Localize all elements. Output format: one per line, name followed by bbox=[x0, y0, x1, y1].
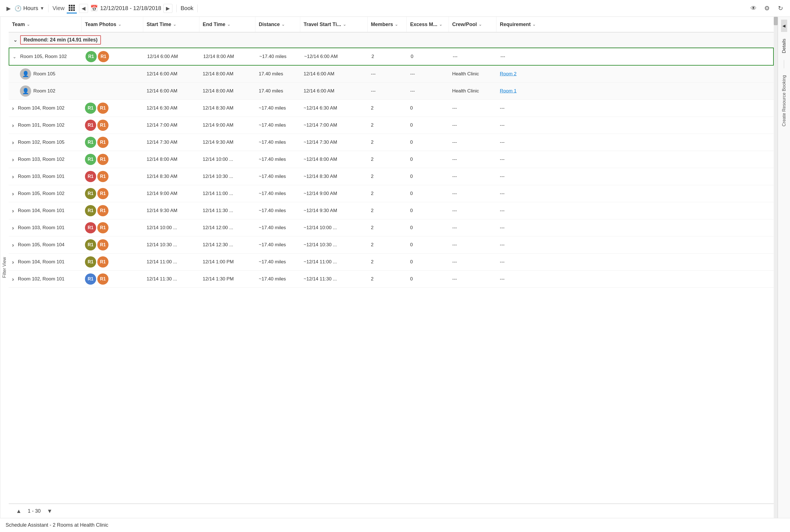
cell-crew-pool: --- bbox=[449, 134, 496, 151]
cell-start-time: 12/14 11:00 ... bbox=[143, 253, 199, 270]
cell-end-time: 12/14 10:00 ... bbox=[199, 151, 255, 168]
cell-members: 2 bbox=[368, 185, 407, 202]
create-resource-booking-btn[interactable]: Create Resource Booking bbox=[779, 71, 789, 131]
col-header-start-time[interactable]: Start Time ⌄ bbox=[143, 17, 199, 32]
next-btn[interactable]: ▶ bbox=[163, 4, 172, 13]
cell-distance: ~17.40 miles bbox=[255, 236, 300, 253]
team-name-text: Room 101, Room 102 bbox=[18, 122, 65, 128]
cell-photos: R1R1 bbox=[81, 117, 143, 134]
col-header-end-time[interactable]: End Time ⌄ bbox=[199, 17, 255, 32]
cell-requirement: --- bbox=[497, 48, 553, 65]
cell-members: 2 bbox=[368, 220, 407, 236]
requirement-link[interactable]: Room 1 bbox=[500, 88, 517, 94]
cell-excess: 0 bbox=[407, 117, 449, 134]
table-row[interactable]: ›Room 105, Room 102R1R112/14 9:00 AM12/1… bbox=[9, 185, 774, 202]
cell-requirement: --- bbox=[496, 100, 553, 116]
cell-team: ›Room 103, Room 101 bbox=[9, 168, 81, 185]
details-panel: ◀ Details Create Resource Booking bbox=[778, 17, 790, 518]
eye-icon-btn[interactable]: 👁 bbox=[749, 3, 759, 14]
cell-crew-pool: --- bbox=[449, 236, 496, 253]
cell-start-time: 12/14 8:30 AM bbox=[143, 168, 199, 185]
cell-excess: 0 bbox=[407, 202, 449, 219]
cell-photos bbox=[81, 65, 143, 82]
team-name-text: Room 104, Room 102 bbox=[18, 105, 65, 111]
col-header-members[interactable]: Members ⌄ bbox=[368, 17, 407, 32]
vertical-scrollbar[interactable] bbox=[774, 17, 778, 518]
cell-members: 2 bbox=[368, 117, 407, 134]
col-header-team-photos[interactable]: Team Photos ⌄ bbox=[81, 17, 143, 32]
cell-distance: ~17.40 miles bbox=[255, 168, 300, 185]
col-header-excess[interactable]: Excess M... ⌄ bbox=[407, 17, 449, 32]
table-row[interactable]: ›Room 101, Room 102R1R112/14 7:00 AM12/1… bbox=[9, 117, 774, 134]
group-row-redmond[interactable]: ⌄ Redmond: 24 min (14.91 miles) bbox=[9, 33, 774, 48]
book-btn[interactable]: Book bbox=[181, 5, 194, 12]
row-chevron-icon: › bbox=[12, 105, 14, 112]
cell-team: 👤Room 105 bbox=[9, 65, 81, 82]
table-row[interactable]: ›Room 104, Room 102R1R112/14 6:30 AM12/1… bbox=[9, 100, 774, 117]
team-name-text: Room 103, Room 101 bbox=[18, 225, 65, 231]
filter-toggle-btn[interactable]: ▶ bbox=[4, 2, 12, 15]
avatar: R1 bbox=[85, 239, 96, 250]
cell-crew-pool: --- bbox=[449, 253, 496, 270]
cell-start-time: 12/14 7:30 AM bbox=[143, 134, 199, 151]
prev-btn[interactable]: ◀ bbox=[79, 4, 88, 13]
filter-view-panel[interactable]: Filter View bbox=[0, 17, 9, 518]
cell-team: ›Room 105, Room 104 bbox=[9, 236, 81, 253]
cell-requirement[interactable]: Room 1 bbox=[496, 83, 553, 99]
cell-end-time: 12/14 9:30 AM bbox=[199, 134, 255, 151]
table-row[interactable]: ›Room 103, Room 101R1R112/14 8:30 AM12/1… bbox=[9, 168, 774, 185]
col-header-requirement[interactable]: Requirement ⌄ bbox=[496, 17, 553, 32]
next-page-btn[interactable]: ▼ bbox=[45, 507, 54, 515]
table-row[interactable]: ›Room 103, Room 102R1R112/14 8:00 AM12/1… bbox=[9, 151, 774, 168]
table-row[interactable]: ›Room 102, Room 101R1R112/14 11:30 ...12… bbox=[9, 271, 774, 288]
divider2 bbox=[176, 4, 177, 12]
cell-photos: R1R1 bbox=[81, 202, 143, 219]
col-header-distance[interactable]: Distance ⌄ bbox=[255, 17, 300, 32]
table-row[interactable]: ›Room 104, Room 101R1R112/14 11:00 ...12… bbox=[9, 253, 774, 271]
table-body: ⌄ Redmond: 24 min (14.91 miles) ⌄Room 10… bbox=[9, 33, 774, 504]
cell-end-time: 12/14 10:30 ... bbox=[199, 168, 255, 185]
settings-icon-btn[interactable]: ⚙ bbox=[762, 3, 772, 14]
avatar: R1 bbox=[97, 171, 109, 182]
cell-distance: ~17.40 miles bbox=[255, 185, 300, 202]
refresh-icon-btn[interactable]: ↻ bbox=[775, 3, 786, 14]
cell-travel-start: ~12/14 8:00 AM bbox=[300, 151, 368, 168]
avatar: R1 bbox=[97, 239, 109, 250]
table-row[interactable]: ›Room 102, Room 105R1R112/14 7:30 AM12/1… bbox=[9, 134, 774, 151]
cell-crew-pool: Health Clinic bbox=[449, 83, 496, 99]
cell-excess: 0 bbox=[407, 151, 449, 168]
details-tab-label[interactable]: Details bbox=[779, 34, 789, 58]
cell-requirement: --- bbox=[496, 220, 553, 236]
avatar: R1 bbox=[86, 51, 97, 62]
cell-requirement: --- bbox=[496, 134, 553, 151]
table-row[interactable]: 👤Room 10212/14 6:00 AM12/14 8:00 AM17.40… bbox=[9, 83, 774, 100]
col-header-crew-pool[interactable]: Crew/Pool ⌄ bbox=[449, 17, 496, 32]
cell-excess: 0 bbox=[407, 100, 449, 116]
details-collapse-btn[interactable]: ◀ bbox=[781, 20, 787, 32]
table-row[interactable]: 👤Room 10512/14 6:00 AM12/14 8:00 AM17.40… bbox=[9, 65, 774, 83]
sidebar-divider bbox=[784, 60, 784, 68]
table-row[interactable]: ›Room 103, Room 101R1R112/14 10:00 ...12… bbox=[9, 220, 774, 236]
avatar: R1 bbox=[97, 256, 109, 268]
table-row[interactable]: ⌄Room 105, Room 102R1R112/14 6:00 AM12/1… bbox=[9, 48, 774, 65]
grid-view-btn[interactable] bbox=[67, 3, 77, 14]
scrollbar-thumb[interactable] bbox=[774, 17, 778, 25]
requirement-link[interactable]: Room 2 bbox=[500, 71, 517, 77]
hours-dropdown[interactable]: 🕐 Hours ▼ bbox=[15, 5, 44, 12]
table-row[interactable]: ›Room 104, Room 101R1R112/14 9:30 AM12/1… bbox=[9, 202, 774, 220]
table-row[interactable]: ›Room 105, Room 104R1R112/14 10:30 ...12… bbox=[9, 236, 774, 253]
cell-photos: R1R1 bbox=[81, 236, 143, 253]
col-header-team[interactable]: Team ⌄ bbox=[9, 17, 81, 32]
cell-team: 👤Room 102 bbox=[9, 83, 81, 99]
row-chevron-icon: › bbox=[12, 122, 14, 129]
team-name-text: Room 103, Room 102 bbox=[18, 157, 65, 162]
cell-crew-pool: --- bbox=[449, 271, 496, 287]
prev-page-btn[interactable]: ▲ bbox=[14, 507, 23, 515]
toolbar: ▶ 🕐 Hours ▼ View ◀ 📅 12/12/2018 - 12/18/… bbox=[0, 0, 790, 17]
filter-view-label: Filter View bbox=[2, 257, 7, 278]
team-name-text: Room 102 bbox=[33, 88, 55, 94]
col-header-travel-start[interactable]: Travel Start Ti... ⌄ bbox=[300, 17, 368, 32]
cell-requirement[interactable]: Room 2 bbox=[496, 65, 553, 82]
cell-start-time: 12/14 8:00 AM bbox=[143, 151, 199, 168]
cell-end-time: 12/14 8:00 AM bbox=[199, 65, 255, 82]
